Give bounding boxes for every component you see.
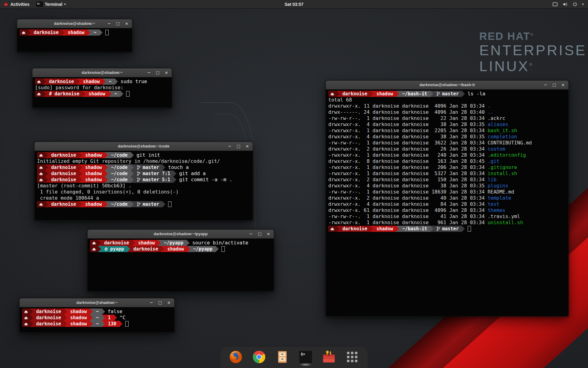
prompt-segment — [20, 29, 28, 36]
terminal-window-code[interactable]: darknoise@shadow:~/code − □ × darknoises… — [34, 142, 253, 220]
powerline-arrow — [90, 321, 93, 327]
powerline-arrow — [43, 91, 46, 97]
powerline-arrow — [64, 315, 67, 321]
terminal-window-exitcodes[interactable]: darknoise@shadow:~ − □ × darknoiseshadow… — [19, 298, 175, 332]
activities-button[interactable]: Activities — [0, 0, 33, 8]
terminal-screen[interactable]: darknoiseshadow~/bash-itmasterls -latota… — [326, 90, 568, 233]
powerline-arrow — [30, 315, 33, 321]
terminal-line: drwxrwxr-x. 4 darknoise darknoise 38 Jan… — [328, 121, 566, 128]
terminal-app-icon: $> — [36, 2, 43, 7]
output-text: [master (root-commit) 50bcb63] . — [37, 183, 131, 189]
window-titlebar[interactable]: darknoise@shadow:~ − □ × — [20, 298, 174, 307]
minimize-button[interactable]: − — [249, 230, 253, 238]
close-button[interactable]: × — [165, 68, 168, 77]
toolbox-icon — [322, 350, 336, 364]
powerline-arrow — [187, 240, 190, 246]
output-text: custom — [488, 146, 505, 152]
desktop: RED HAT® ENTERPRISE LINUX® Activities $>… — [0, 0, 588, 368]
prompt-segment: # darknoise — [46, 91, 82, 97]
prompt-segment — [90, 246, 98, 252]
prompt-segment: pyapp — [101, 246, 127, 252]
output-text: -rwxrwxr-x. 1 darknoise darknoise 206 Ja… — [328, 164, 488, 171]
powerline-arrow — [45, 152, 48, 158]
output-text: README.md — [488, 189, 514, 195]
prompt-segment: ~/code — [108, 164, 130, 171]
close-button[interactable]: × — [167, 298, 171, 307]
output-text: .ackrc — [488, 115, 505, 121]
powerline-arrow — [79, 177, 82, 183]
prompt-segment — [328, 226, 336, 232]
minimize-button[interactable]: − — [150, 298, 153, 307]
terminal-line: 1 file changed, 0 insertions(+), 0 delet… — [37, 189, 250, 195]
powerline-arrow — [105, 152, 108, 158]
maximize-button[interactable]: □ — [116, 19, 120, 28]
prompt-segment — [37, 164, 45, 171]
prompt-segment: darknoise — [48, 164, 79, 171]
dock-item-terminal[interactable]: $> — [299, 350, 313, 364]
terminal-screen[interactable]: darknoiseshadow~/codegit initInitialized… — [35, 151, 253, 209]
terminal-window-pyapp[interactable]: darknoise@shadow:~/pyapp − □ × darknoise… — [87, 229, 274, 291]
clock[interactable]: Sat 03:57 — [281, 0, 307, 8]
dock-item-app-grid[interactable] — [345, 350, 359, 364]
maximize-button[interactable]: □ — [258, 230, 262, 238]
dock-item-files[interactable] — [275, 350, 289, 364]
app-menu-button[interactable]: $> Terminal ▾ — [33, 0, 69, 8]
terminal-window-home-small[interactable]: darknoise@shadow:~ − □ × darknoiseshadow… — [17, 19, 132, 52]
terminal-window-bash-it[interactable]: darknoise@shadow:~/bash-it − □ × darknoi… — [326, 80, 569, 316]
command-text: ls -la — [468, 91, 485, 97]
terminal-line: darknoiseshadow~ — [20, 29, 130, 36]
close-button[interactable]: × — [246, 142, 249, 151]
terminal-window-sudo[interactable]: darknoise@shadow:~ − □ × darknoiseshadow… — [32, 68, 172, 108]
window-titlebar[interactable]: darknoise@shadow:~/code − □ × — [35, 142, 253, 151]
terminal-screen[interactable]: darknoiseshadow~ — [17, 28, 132, 37]
close-button[interactable]: × — [561, 81, 565, 89]
minimize-button[interactable]: − — [107, 19, 111, 28]
window-titlebar[interactable]: darknoise@shadow:~/pyapp − □ × — [88, 230, 274, 239]
prompt-segment — [37, 171, 45, 177]
output-text: . — [488, 103, 491, 109]
close-button[interactable]: × — [125, 19, 128, 28]
window-titlebar[interactable]: darknoise@shadow:~ − □ × — [32, 68, 172, 77]
maximize-button[interactable]: □ — [156, 68, 160, 77]
minimize-button[interactable]: − — [147, 68, 151, 77]
volume-icon — [563, 2, 568, 6]
terminal-cursor — [126, 91, 130, 97]
dock-item-firefox[interactable] — [229, 350, 243, 364]
system-status-area[interactable]: ▾ — [548, 0, 588, 8]
dock-item-toolbox[interactable] — [322, 350, 336, 364]
maximize-button[interactable]: □ — [237, 142, 240, 151]
powerline-arrow — [77, 79, 80, 85]
output-text: drwxrwxr-x. 8 darknoise darknoise 163 Ja… — [328, 158, 488, 164]
redhat-icon — [92, 247, 96, 251]
window-titlebar[interactable]: darknoise@shadow:~/bash-it − □ × — [326, 81, 568, 90]
prompt-segment: shadow — [135, 240, 158, 246]
prompt-segment — [35, 91, 43, 97]
terminal-screen[interactable]: darknoiseshadow~falsedarknoiseshadow~1^C… — [20, 307, 174, 328]
command-text: git commit -a -m . — [179, 177, 232, 183]
prompt-segment: darknoise — [33, 309, 64, 315]
maximize-button[interactable]: □ — [552, 81, 556, 89]
dock-item-chrome[interactable] — [252, 350, 266, 364]
prompt-segment: master — [134, 201, 162, 207]
output-text: -rwxrwxr-x. 1 darknoise darknoise 240 Ja… — [328, 152, 488, 158]
window-titlebar[interactable]: darknoise@shadow:~ − □ × — [17, 19, 132, 28]
powerline-arrow — [102, 321, 105, 327]
window-title: darknoise@shadow:~ — [48, 19, 101, 28]
close-button[interactable]: × — [267, 230, 270, 238]
powerline-arrow — [119, 321, 123, 327]
prompt-segment — [37, 201, 45, 207]
terminal-screen[interactable]: darknoiseshadow~sudo true[sudo] password… — [32, 77, 172, 98]
powerline-arrow — [216, 246, 219, 252]
maximize-button[interactable]: □ — [158, 298, 162, 307]
output-text: -rwxrwxr-x. 1 darknoise darknoise 961 Ja… — [328, 220, 488, 226]
powerline-arrow — [79, 152, 82, 158]
powerline-arrow — [79, 171, 82, 177]
terminal-screen[interactable]: darknoiseshadow~/pyappsource bin/activat… — [88, 239, 274, 253]
minimize-button[interactable]: − — [228, 142, 232, 151]
redhat-icon — [39, 178, 43, 182]
prompt-segment — [22, 309, 30, 315]
minimize-button[interactable]: − — [544, 81, 547, 89]
terminal-line: drwxrwxr-x. 8 darknoise darknoise 163 Ja… — [328, 158, 566, 164]
powerline-arrow — [127, 246, 130, 252]
terminal-line: drwxrwxr-x. 11 darknoise darknoise 4096 … — [328, 103, 566, 109]
